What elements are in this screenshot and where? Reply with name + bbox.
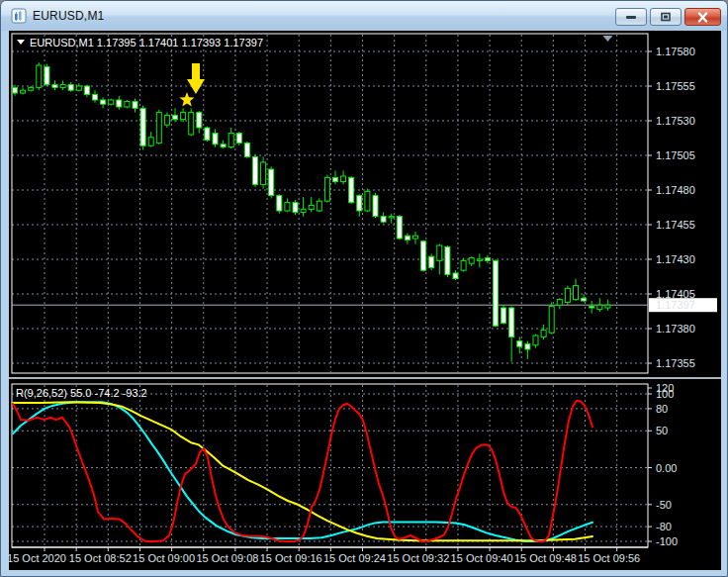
candle	[397, 215, 402, 240]
candle	[173, 108, 178, 122]
candle	[413, 232, 418, 244]
price-axis-label: 1.17455	[656, 219, 695, 231]
time-axis-label: 15 Oct 09:32	[387, 552, 449, 564]
indicator-axis-label: 0.00	[656, 462, 677, 474]
candle	[453, 270, 458, 280]
last-bar-marker-icon	[602, 36, 612, 42]
chart-symbol-ohlc-label: EURUSD,M1 1.17395 1.17401 1.17393 1.1739…	[30, 37, 263, 48]
candle	[37, 62, 42, 90]
candle	[21, 87, 26, 94]
candle	[333, 170, 338, 184]
indicator-lines	[13, 401, 592, 541]
candle	[197, 111, 202, 133]
candle	[541, 325, 546, 339]
candle	[261, 156, 266, 188]
candle	[101, 97, 106, 108]
time-axis-label: 15 Oct 09:00	[133, 552, 195, 564]
candle	[244, 142, 249, 158]
candle	[565, 286, 570, 306]
indicator-axis-label: 50	[656, 425, 668, 436]
candle	[469, 256, 474, 266]
candle	[461, 258, 466, 272]
candle	[117, 96, 122, 110]
candle	[68, 82, 73, 92]
candle	[60, 80, 65, 90]
candle	[213, 129, 218, 146]
time-axis-label: 15 Oct 2020	[9, 552, 66, 564]
candle	[45, 64, 49, 86]
time-axis-label: 15 Oct 09:24	[323, 552, 386, 564]
chart-window: EURUSD,M1 EURUSD,M1 1.17395 1.17401 1.	[0, 0, 728, 577]
candle	[405, 233, 410, 243]
minimize-button[interactable]	[615, 8, 647, 26]
price-axis-label: 1.17430	[656, 253, 695, 265]
candle	[501, 305, 506, 325]
sell-arrow-icon	[187, 63, 205, 94]
candle	[317, 198, 321, 212]
candle	[341, 170, 346, 184]
time-axis-label: 15 Oct 09:48	[514, 552, 577, 564]
candle	[125, 100, 130, 108]
candle	[597, 298, 602, 312]
candle	[365, 189, 370, 213]
candle	[109, 99, 114, 106]
candle	[485, 255, 490, 263]
minimize-icon	[625, 12, 637, 22]
close-button[interactable]	[684, 8, 721, 26]
candle	[293, 200, 298, 215]
candle	[84, 85, 89, 98]
candle	[357, 194, 362, 216]
candle	[349, 176, 354, 204]
time-axis-label: 15 Oct 09:40	[451, 552, 513, 564]
chart-canvas[interactable]: EURUSD,M1 1.17395 1.17401 1.17393 1.1739…	[9, 31, 721, 570]
candle	[381, 212, 386, 223]
grid	[12, 35, 648, 546]
candlestick-series	[13, 62, 610, 361]
candle	[236, 132, 241, 145]
red-line	[13, 401, 592, 541]
candle	[285, 198, 290, 212]
restore-button[interactable]	[650, 8, 682, 26]
time-axis-label: 15 Oct 09:56	[578, 552, 640, 564]
price-axis[interactable]: 1.175801.175551.175301.175051.174801.174…	[648, 46, 717, 369]
candle	[389, 214, 394, 224]
window-title: EURUSD,M1	[33, 9, 104, 23]
indicator-label: R(9,26,52) 55.0 -74.2 -93.2	[16, 387, 147, 399]
chart-client-area: EURUSD,M1 1.17395 1.17401 1.17393 1.1739…	[9, 31, 721, 570]
indicator-axis-label: -50	[656, 499, 672, 511]
candle	[525, 341, 530, 359]
time-axis[interactable]: 15 Oct 202015 Oct 08:5215 Oct 09:0015 Oc…	[9, 547, 648, 564]
indicator-axis-label: -80	[656, 521, 672, 532]
candle	[429, 253, 434, 270]
candle	[148, 132, 153, 146]
candle	[76, 83, 81, 91]
candle	[301, 197, 306, 217]
candle	[156, 110, 161, 144]
cyan-line	[13, 402, 592, 541]
price-axis-label: 1.17380	[656, 323, 695, 335]
candle	[93, 90, 98, 103]
close-icon	[696, 12, 709, 23]
yellow-line	[13, 402, 592, 540]
candle	[590, 301, 594, 314]
candle	[517, 337, 522, 353]
price-axis-label: 1.17355	[656, 357, 695, 369]
restore-icon	[660, 12, 672, 22]
price-axis-label: 1.17480	[656, 184, 695, 196]
candle	[494, 259, 499, 328]
candle	[277, 194, 282, 214]
time-axis-label: 15 Oct 09:08	[196, 552, 258, 564]
candle	[437, 244, 442, 275]
candle	[309, 197, 314, 212]
candle	[605, 300, 610, 311]
candle	[373, 193, 378, 218]
price-axis-label: 1.17580	[656, 46, 695, 57]
indicator-axis[interactable]: 12010080500.00-50-80-100	[648, 382, 678, 547]
window-titlebar[interactable]: EURUSD,M1	[1, 1, 727, 31]
candle	[574, 279, 579, 301]
candle	[164, 113, 169, 128]
price-axis-label: 1.17555	[656, 80, 695, 92]
symbol-dropdown-icon[interactable]	[17, 40, 25, 45]
candle	[205, 127, 210, 142]
candle	[533, 335, 538, 348]
